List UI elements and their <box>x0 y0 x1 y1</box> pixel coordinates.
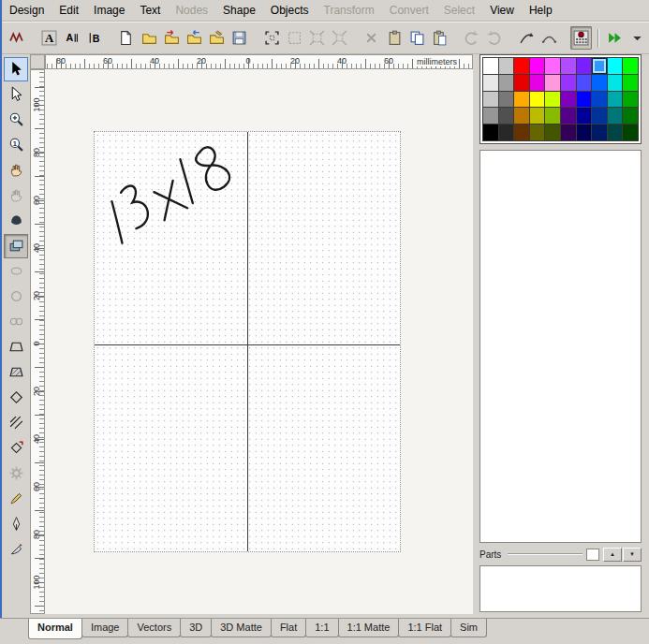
color-swatch[interactable] <box>514 124 529 140</box>
color-swatch[interactable] <box>623 108 638 124</box>
save-file-button[interactable] <box>229 26 250 50</box>
edit-file-button[interactable] <box>207 26 228 50</box>
parts-swatch[interactable] <box>586 549 599 561</box>
color-swatch[interactable] <box>608 124 623 140</box>
color-swatch[interactable] <box>623 92 638 108</box>
pencil-tool-button[interactable] <box>4 487 28 511</box>
node-edit-tool-button[interactable] <box>4 82 28 107</box>
color-swatch[interactable] <box>623 124 638 140</box>
color-swatch[interactable] <box>530 75 545 91</box>
color-swatch[interactable] <box>608 92 623 108</box>
new-document-button[interactable] <box>116 26 137 50</box>
hatch-fill-tool-button[interactable] <box>4 411 28 435</box>
copy-button[interactable] <box>406 26 427 50</box>
export-file-button[interactable] <box>184 26 204 50</box>
color-swatch[interactable] <box>608 58 623 74</box>
color-swatch[interactable] <box>561 108 576 124</box>
color-swatch[interactable] <box>577 75 592 91</box>
polygon-fill-tool-button[interactable] <box>4 360 28 385</box>
tab-flat[interactable]: Flat <box>271 619 306 637</box>
color-swatch[interactable] <box>545 58 560 74</box>
menu-image[interactable]: Image <box>86 2 132 19</box>
color-swatch[interactable] <box>592 124 607 140</box>
color-swatch[interactable] <box>577 92 592 108</box>
color-swatch[interactable] <box>514 92 529 108</box>
measure-button[interactable] <box>516 26 537 50</box>
color-swatch[interactable] <box>514 58 529 74</box>
color-swatch[interactable] <box>561 58 576 74</box>
pan-tool-button[interactable] <box>4 158 28 183</box>
parts-up-button[interactable]: ▲ <box>603 548 622 562</box>
color-swatch[interactable] <box>592 108 607 124</box>
color-swatch[interactable] <box>545 124 560 140</box>
text-vertical-button[interactable] <box>84 26 105 50</box>
color-swatch[interactable] <box>577 58 592 74</box>
text-compose-button[interactable] <box>38 26 59 50</box>
open-file-button[interactable] <box>139 26 159 50</box>
color-swatch[interactable] <box>545 75 560 91</box>
paste-button[interactable] <box>429 26 450 50</box>
toolbar-options-button[interactable] <box>627 26 648 50</box>
send-to-engraver-button[interactable] <box>605 26 626 50</box>
select-tool-button[interactable] <box>4 57 28 81</box>
color-swatch[interactable] <box>592 92 607 108</box>
color-swatch[interactable] <box>608 108 623 124</box>
tab-1-1[interactable]: 1:1 <box>305 619 338 637</box>
import-file-button[interactable] <box>161 26 182 50</box>
tab-3d-matte[interactable]: 3D Matte <box>211 619 272 637</box>
color-swatch[interactable] <box>592 58 607 74</box>
color-swatch[interactable] <box>483 58 498 74</box>
color-swatch[interactable] <box>561 92 576 108</box>
color-swatch[interactable] <box>514 75 529 91</box>
knife-tool-button[interactable] <box>4 537 28 562</box>
polygon-tool-button[interactable] <box>4 335 28 359</box>
color-swatch[interactable] <box>499 108 514 124</box>
color-swatch[interactable] <box>577 124 592 140</box>
tab-sim[interactable]: Sim <box>450 619 487 637</box>
color-swatch[interactable] <box>545 108 560 124</box>
pen-tool-button[interactable] <box>4 512 28 536</box>
zoom-actual-tool-button[interactable] <box>4 133 28 157</box>
menu-objects[interactable]: Objects <box>263 2 317 19</box>
color-swatch[interactable] <box>483 108 498 124</box>
color-swatch[interactable] <box>545 92 560 108</box>
color-swatch[interactable] <box>499 92 514 108</box>
shade-tool-button[interactable] <box>4 209 28 233</box>
color-swatch[interactable] <box>608 75 623 91</box>
tab-1-1-flat[interactable]: 1:1 Flat <box>398 619 451 637</box>
text-kerning-button[interactable] <box>61 26 81 50</box>
arc-edit-button[interactable] <box>538 26 559 50</box>
color-swatch[interactable] <box>499 58 514 74</box>
color-swatch[interactable] <box>561 75 576 91</box>
color-swatch[interactable] <box>514 108 529 124</box>
tab-1-1-matte[interactable]: 1:1 Matte <box>338 619 400 637</box>
tab-image[interactable]: Image <box>81 619 129 637</box>
menu-edit[interactable]: Edit <box>52 2 86 19</box>
tab-3d[interactable]: 3D <box>180 619 212 637</box>
color-swatch[interactable] <box>530 124 545 140</box>
tab-normal[interactable]: Normal <box>28 619 82 639</box>
rotate-shape-tool-button[interactable] <box>4 386 28 410</box>
select-frame-button[interactable] <box>261 26 282 50</box>
menu-design[interactable]: Design <box>2 2 52 19</box>
color-swatch[interactable] <box>623 75 638 91</box>
color-swatch[interactable] <box>499 124 514 140</box>
color-swatch[interactable] <box>592 75 607 91</box>
menu-help[interactable]: Help <box>522 2 560 19</box>
tab-vectors[interactable]: Vectors <box>127 619 181 637</box>
color-swatch[interactable] <box>530 108 545 124</box>
freehand-draw-button[interactable] <box>7 26 27 50</box>
color-swatch[interactable] <box>483 75 498 91</box>
color-swatch[interactable] <box>483 92 498 108</box>
skew-shape-tool-button[interactable] <box>4 436 28 461</box>
design-canvas[interactable]: 13 x18 <box>45 69 473 614</box>
menu-shape[interactable]: Shape <box>215 2 263 19</box>
color-swatch[interactable] <box>483 124 498 140</box>
menu-text[interactable]: Text <box>132 2 168 19</box>
color-swatch[interactable] <box>530 92 545 108</box>
color-swatch[interactable] <box>623 58 638 74</box>
engraving-plate[interactable]: 13 x18 <box>94 131 401 552</box>
menu-view[interactable]: View <box>482 2 522 19</box>
color-swatch[interactable] <box>530 58 545 74</box>
cut-button[interactable] <box>384 26 405 50</box>
